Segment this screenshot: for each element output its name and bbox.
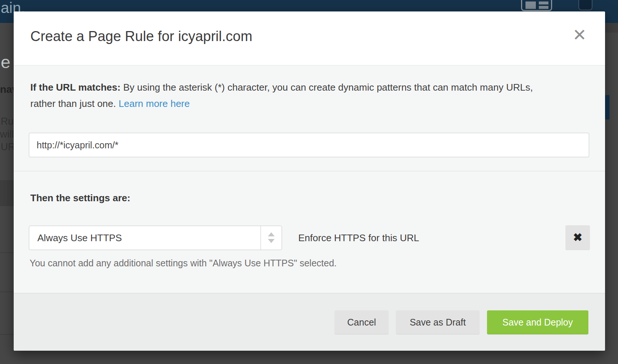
apps-icon-block <box>525 1 536 9</box>
footer-buttons: Cancel Save as Draft Save and Deploy <box>335 310 588 334</box>
background-text-fragment: UR <box>1 141 15 153</box>
background-text-fragment: Ru <box>1 116 14 127</box>
setting-select[interactable]: Always Use HTTPS <box>29 226 282 250</box>
background-row-divider <box>0 334 14 335</box>
background-table-header <box>0 180 14 206</box>
cancel-button[interactable]: Cancel <box>335 310 389 334</box>
setting-description: Enforce HTTPS for this URL <box>298 226 419 250</box>
save-as-draft-button[interactable]: Save as Draft <box>396 310 479 334</box>
modal-header: Create a Page Rule for icyapril.com ✕ <box>14 11 605 65</box>
background-button-sliver <box>605 95 609 119</box>
background-band <box>605 23 618 33</box>
notification-icon <box>578 0 592 10</box>
url-pattern-input[interactable] <box>29 133 589 157</box>
screen: ain. e nav Ru will UR Create a Page Rule… <box>0 0 618 364</box>
stepper-up-icon <box>268 232 275 236</box>
apps-icon-bar <box>539 6 548 9</box>
section-divider <box>14 171 605 171</box>
setting-select-value: Always Use HTTPS <box>37 226 122 250</box>
close-icon[interactable]: ✕ <box>570 24 590 46</box>
settings-heading: Then the settings are: <box>30 192 130 204</box>
setting-note: You cannot add any additional settings w… <box>30 258 337 269</box>
background-row-divider <box>0 291 14 292</box>
save-and-deploy-button[interactable]: Save and Deploy <box>487 310 588 334</box>
learn-more-link[interactable]: Learn more here <box>119 98 190 109</box>
modal-footer: Cancel Save as Draft Save and Deploy <box>14 293 605 351</box>
apps-icon <box>521 0 552 11</box>
background-row-divider <box>0 252 14 253</box>
background-text-fragment: e <box>1 52 10 72</box>
stepper-icon <box>261 226 282 250</box>
stepper-down-icon <box>268 239 275 243</box>
background-text-fragment: will <box>0 129 14 140</box>
url-match-label: If the URL matches: <box>30 82 121 93</box>
create-page-rule-modal: Create a Page Rule for icyapril.com ✕ If… <box>14 11 605 351</box>
remove-setting-button[interactable]: ✖ <box>565 225 590 250</box>
modal-title: Create a Page Rule for icyapril.com <box>30 28 252 44</box>
url-match-paragraph: If the URL matches: By using the asteris… <box>30 79 556 112</box>
apps-icon-bar <box>539 1 548 4</box>
